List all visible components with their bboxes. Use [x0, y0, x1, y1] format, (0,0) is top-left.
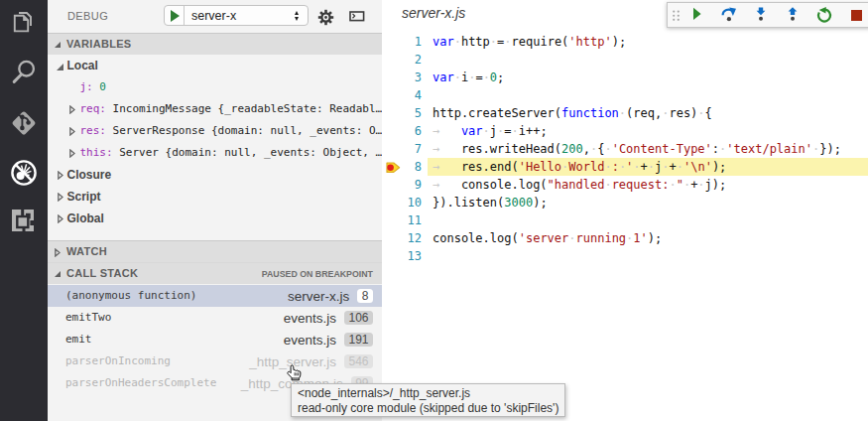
- variables-section-header[interactable]: VARIABLES: [48, 33, 382, 55]
- launch-config-select[interactable]: server-x: [164, 5, 309, 26]
- configure-gear-button[interactable]: [315, 7, 335, 27]
- variable-row-req[interactable]: req: IncomingMessage {_readableState: Re…: [48, 98, 382, 120]
- code-text: console.log('server·running·1');: [433, 229, 662, 247]
- activity-bar: [0, 0, 48, 421]
- code-line-5[interactable]: 5http.createServer(function·(req,·res)·{: [382, 104, 868, 122]
- callstack-section-header[interactable]: CALL STACK PAUSED ON BREAKPOINT: [48, 262, 382, 284]
- code-line-11[interactable]: 11: [382, 211, 868, 229]
- stack-frame-line-badge: 8: [357, 289, 373, 303]
- stack-frame-function: (anonymous function): [65, 285, 196, 307]
- variable-text: j: 0: [80, 76, 383, 98]
- line-number[interactable]: 6: [382, 122, 422, 140]
- tooltip-line2: read-only core module (skipped due to 's…: [298, 401, 558, 416]
- line-number[interactable]: 2: [382, 51, 422, 69]
- stack-frame-line-badge: 191: [344, 333, 373, 347]
- stack-frame-row[interactable]: (anonymous function)server-x.js8: [48, 285, 382, 307]
- code-line-8[interactable]: 8→res.end('Hello·World·:·'·+·j·+·'\n');: [382, 158, 868, 176]
- variable-row-j[interactable]: j: 0: [48, 76, 382, 98]
- step-out-button[interactable]: [777, 3, 808, 27]
- stack-frame-row[interactable]: parserOnIncoming_http_server.js546: [48, 351, 382, 372]
- line-number[interactable]: 3: [382, 69, 422, 86]
- chevron-collapsed-icon: [58, 214, 63, 223]
- code-text: →res.writeHead(200,·{·'Content-Type':·'t…: [433, 140, 841, 158]
- step-over-icon: [720, 6, 738, 24]
- debug-toolbar: [667, 2, 868, 28]
- code-line-13[interactable]: 13: [382, 247, 868, 265]
- stack-frame-row[interactable]: emitTwoevents.js106: [48, 307, 382, 329]
- line-number[interactable]: 4: [382, 86, 422, 104]
- line-number[interactable]: 12: [382, 229, 422, 247]
- callstack-header-label: CALL STACK: [66, 263, 138, 284]
- stack-frame-line-badge: 546: [344, 354, 373, 368]
- scope-label: Script: [67, 186, 101, 208]
- code-line-4[interactable]: 4: [382, 86, 868, 104]
- code-text: →res.end('Hello·World·:·'·+·j·+·'\n');: [433, 158, 726, 176]
- variable-row-this[interactable]: this: Server {domain: null, _events: Obj…: [48, 142, 382, 164]
- code-line-7[interactable]: 7→res.writeHead(200,·{·'Content-Type':·'…: [382, 140, 868, 158]
- debug-console-button[interactable]: [347, 7, 367, 27]
- source-control-icon[interactable]: [10, 109, 38, 137]
- line-number[interactable]: 10: [382, 194, 422, 211]
- toolbar-drag-handle[interactable]: [668, 3, 682, 27]
- step-into-button[interactable]: [745, 3, 777, 27]
- scope-label: Closure: [67, 164, 112, 186]
- drag-dots-icon: [671, 7, 682, 23]
- stack-frame-row[interactable]: emitevents.js191: [48, 329, 382, 351]
- stack-frame-line-badge: 106: [344, 311, 373, 325]
- scope-row-closure[interactable]: Closure: [48, 164, 382, 186]
- code-text: var·i·=·0;: [433, 69, 504, 86]
- code-text: var·http·=·require('http');: [433, 33, 626, 51]
- mouse-hand-cursor: [287, 364, 304, 382]
- code-line-12[interactable]: 12console.log('server·running·1');: [382, 229, 868, 247]
- extensions-icon[interactable]: [11, 208, 35, 231]
- console-icon: [348, 8, 366, 26]
- editor-tab-title[interactable]: server-x.js: [402, 5, 465, 21]
- step-over-button[interactable]: [713, 3, 745, 27]
- code-line-10[interactable]: 10}).listen(3000);: [382, 194, 868, 211]
- line-number[interactable]: 9: [382, 176, 422, 194]
- line-number[interactable]: 1: [382, 33, 422, 51]
- stack-frame-function: parserOnHeadersComplete: [65, 372, 216, 394]
- stack-frame-function: emitTwo: [65, 307, 111, 329]
- line-number[interactable]: 7: [382, 140, 422, 158]
- watch-section-header[interactable]: WATCH: [48, 240, 382, 262]
- continue-icon: [689, 7, 705, 23]
- stack-frame-function: parserOnIncoming: [65, 351, 171, 372]
- line-number[interactable]: 11: [382, 211, 422, 229]
- code-text: }).listen(3000);: [433, 194, 548, 211]
- continue-button[interactable]: [682, 3, 713, 27]
- code-line-2[interactable]: 2: [382, 51, 868, 69]
- chevron-collapsed-icon: [69, 149, 75, 158]
- scope-row-global[interactable]: Global: [48, 208, 382, 229]
- breakpoint-arrow-icon[interactable]: [386, 162, 402, 174]
- line-number[interactable]: 13: [382, 247, 422, 265]
- variable-text: res: ServerResponse {domain: null, _even…: [80, 120, 383, 142]
- tooltip-line1: <node_internals>/_http_server.js: [298, 386, 558, 401]
- chevron-collapsed-icon: [69, 105, 75, 114]
- stack-frame-file: events.js: [284, 333, 336, 348]
- play-icon: [171, 10, 180, 22]
- stop-icon: [851, 10, 862, 21]
- explorer-icon[interactable]: [12, 11, 34, 33]
- code-line-6[interactable]: 6→var·j·=·i++;: [382, 122, 868, 140]
- editor[interactable]: server-x.js 1var·http·=·require('http');…: [382, 0, 868, 421]
- step-out-icon: [785, 7, 801, 23]
- start-debug-button[interactable]: [165, 6, 185, 25]
- scope-row-script[interactable]: Script: [48, 186, 382, 208]
- code-text: http.createServer(function·(req,·res)·{: [433, 104, 712, 122]
- debug-icon[interactable]: [10, 159, 38, 187]
- scope-row-local[interactable]: Local: [48, 55, 382, 76]
- code-line-3[interactable]: 3var·i·=·0;: [382, 69, 868, 86]
- chevron-collapsed-icon: [58, 171, 63, 180]
- code-line-1[interactable]: 1var·http·=·require('http');: [382, 33, 868, 51]
- stop-button[interactable]: [840, 3, 868, 27]
- scope-label: Global: [67, 208, 104, 229]
- variable-row-res[interactable]: res: ServerResponse {domain: null, _even…: [48, 120, 382, 142]
- line-number[interactable]: 5: [382, 104, 422, 122]
- code-line-9[interactable]: 9→console.log("handled·request:·"·+·j);: [382, 176, 868, 194]
- search-icon[interactable]: [11, 58, 37, 85]
- restart-button[interactable]: [808, 3, 840, 27]
- chevron-expanded-icon: [55, 42, 61, 48]
- watch-header-label: WATCH: [66, 241, 107, 262]
- chevron-collapsed-icon: [69, 127, 75, 136]
